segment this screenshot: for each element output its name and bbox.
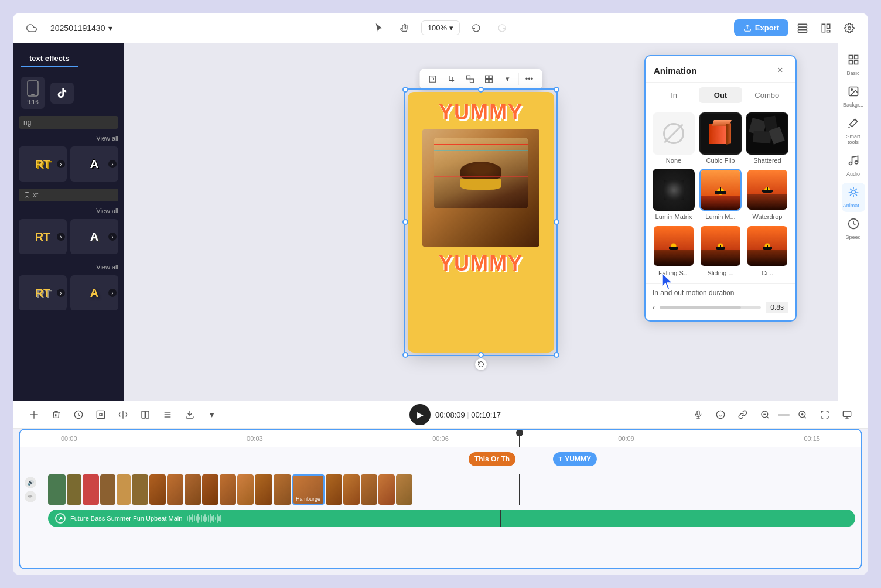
track-icons: 🔊 ✏ xyxy=(25,474,36,505)
tab-out[interactable]: Out xyxy=(699,87,742,103)
tab-in[interactable]: In xyxy=(653,87,695,103)
handle-mid-right[interactable] xyxy=(554,219,559,225)
mid-tool-motion[interactable] xyxy=(69,405,88,424)
clip-1[interactable] xyxy=(48,474,66,505)
track-icon-vol[interactable]: 🔊 xyxy=(25,477,36,488)
anim-sliding[interactable]: Sliding ... xyxy=(699,225,742,276)
clip-2[interactable] xyxy=(67,474,81,505)
tab-combo[interactable]: Combo xyxy=(746,87,788,103)
handle-bottom-right[interactable] xyxy=(554,352,559,358)
clip-img-5[interactable] xyxy=(220,474,236,505)
canvas-tool-transform[interactable] xyxy=(462,71,479,87)
text-style-4[interactable]: A › xyxy=(70,219,118,254)
anim-lumin[interactable]: Lumin M... xyxy=(699,169,742,220)
layers-button[interactable] xyxy=(793,19,812,37)
track-icon-edit[interactable]: ✏ xyxy=(25,491,36,502)
right-icon-speed[interactable]: Speed xyxy=(842,214,865,244)
clip-6[interactable] xyxy=(132,474,148,505)
anim-none[interactable]: None xyxy=(653,112,695,164)
audio-track[interactable]: Future Bass Summer Fun Upbeat Main xyxy=(48,510,855,527)
clip-post-3[interactable] xyxy=(361,474,377,505)
mid-tool-more-dropdown[interactable]: ▾ xyxy=(203,405,221,424)
text-chip-yummy[interactable]: T YUMMY xyxy=(553,452,597,466)
handle-top-left[interactable] xyxy=(402,87,408,93)
text-chip-this[interactable]: This Or Th xyxy=(469,452,515,466)
clip-img-6[interactable] xyxy=(237,474,254,505)
right-icon-audio[interactable]: Audio xyxy=(842,151,865,180)
anim-falling[interactable]: Falling S... xyxy=(653,225,695,276)
settings-button[interactable] xyxy=(840,19,859,37)
clip-post-2[interactable] xyxy=(343,474,360,505)
text-style-5[interactable]: RT › xyxy=(19,275,67,310)
right-icon-background[interactable]: Backgr... xyxy=(842,82,865,111)
mid-tool-transform[interactable] xyxy=(91,405,110,424)
right-icon-animation[interactable]: Animat... xyxy=(842,183,865,212)
canvas-phone[interactable]: YUMMY xyxy=(408,92,554,353)
redo-button[interactable] xyxy=(493,19,511,37)
mid-tool-flip[interactable] xyxy=(114,405,132,424)
clip-4[interactable] xyxy=(100,474,115,505)
clip-post-4[interactable] xyxy=(378,474,395,505)
anim-shattered[interactable]: Shattered xyxy=(746,112,788,164)
clip-img-4[interactable] xyxy=(202,474,218,505)
clip-pre-select-2[interactable] xyxy=(274,474,291,505)
anim-cubic-flip[interactable]: Cubic Flip xyxy=(699,112,742,164)
mid-tool-delete[interactable] xyxy=(47,405,66,424)
anim-lumin-matrix[interactable]: Lumin Matrix xyxy=(653,169,695,220)
mid-tool-link[interactable] xyxy=(733,405,752,424)
layout-button[interactable] xyxy=(817,19,835,37)
view-all-3[interactable]: View all xyxy=(19,261,118,272)
mid-tool-zoom-in[interactable] xyxy=(793,405,812,424)
anim-cr[interactable]: Cr... xyxy=(746,225,788,276)
mid-tool-more-right[interactable] xyxy=(838,405,856,424)
mid-tool-sticker[interactable] xyxy=(711,405,730,424)
zoom-control[interactable]: 100% ▾ xyxy=(421,20,460,35)
mid-tool-fullscreen[interactable] xyxy=(815,405,834,424)
pointer-tool-button[interactable] xyxy=(370,19,388,37)
duration-slider[interactable] xyxy=(660,306,761,309)
mid-tool-split[interactable] xyxy=(136,405,155,424)
clip-5[interactable] xyxy=(117,474,131,505)
view-all-1[interactable]: View all xyxy=(19,132,118,143)
hand-tool-button[interactable] xyxy=(395,19,414,37)
cloud-save-button[interactable] xyxy=(22,19,41,37)
mid-tool-crop[interactable] xyxy=(25,405,43,424)
this-or-th-chip[interactable]: This Or Th xyxy=(469,452,515,466)
text-style-2[interactable]: A › xyxy=(70,146,118,182)
anim-waterdrop[interactable]: Waterdrop xyxy=(746,169,788,220)
canvas-tool-layout[interactable] xyxy=(481,71,497,87)
export-button[interactable]: Export xyxy=(734,19,788,36)
mid-tool-download[interactable] xyxy=(180,405,199,424)
clip-img-1[interactable] xyxy=(149,474,166,505)
clip-3[interactable] xyxy=(83,474,99,505)
canvas-tool-chevron[interactable]: ▾ xyxy=(500,71,516,87)
clip-post-5[interactable] xyxy=(396,474,412,505)
tiktok-icon-btn[interactable] xyxy=(50,83,74,104)
slider-left-arrow[interactable]: ‹ xyxy=(653,303,655,312)
rotate-handle[interactable] xyxy=(475,358,487,370)
canvas-tool-more[interactable]: ••• xyxy=(521,71,538,87)
mid-tool-zoom-out[interactable] xyxy=(756,405,774,424)
handle-top-right[interactable] xyxy=(554,87,559,93)
canvas-tool-resize[interactable] xyxy=(425,71,441,87)
handle-bottom-left[interactable] xyxy=(402,352,408,358)
clip-hamburger[interactable]: Hamburge xyxy=(292,474,325,505)
text-style-3[interactable]: RT › xyxy=(19,219,67,254)
panel-close-button[interactable]: × xyxy=(773,63,787,77)
view-all-2[interactable]: View all xyxy=(19,205,118,216)
yummy-chip[interactable]: T YUMMY xyxy=(553,452,597,466)
project-name[interactable]: 202501191430 ▾ xyxy=(46,21,117,35)
play-button[interactable]: ▶ xyxy=(409,404,431,425)
handle-bottom-mid[interactable] xyxy=(478,352,484,358)
canvas-tool-crop[interactable] xyxy=(443,71,460,87)
text-style-6[interactable]: A › xyxy=(70,275,118,310)
clip-post-1[interactable] xyxy=(326,474,342,505)
mid-tool-mic[interactable] xyxy=(689,405,708,424)
right-icon-basic[interactable]: Basic xyxy=(842,50,865,80)
clip-img-2[interactable] xyxy=(167,474,183,505)
right-icon-smarttools[interactable]: Smart tools xyxy=(842,114,865,149)
text-style-1[interactable]: RT › xyxy=(19,146,67,182)
clip-pre-select[interactable] xyxy=(255,474,272,505)
mid-tool-adjust[interactable] xyxy=(158,405,177,424)
undo-button[interactable] xyxy=(467,19,486,37)
